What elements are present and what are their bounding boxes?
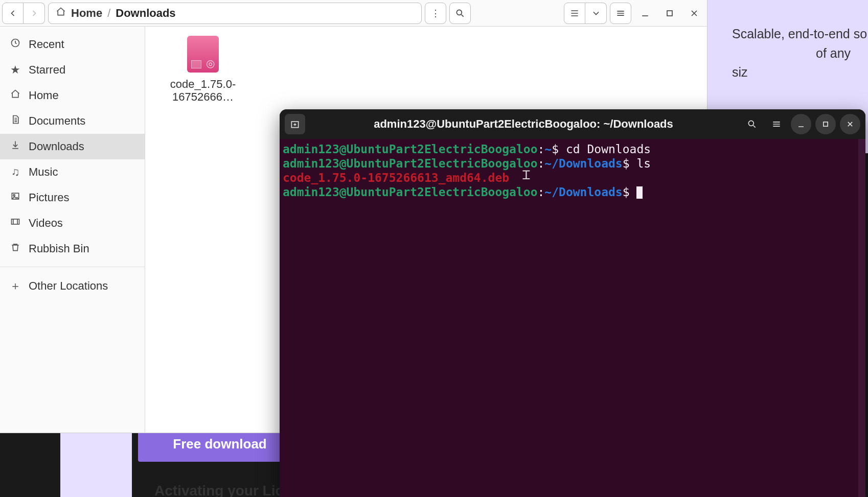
terminal-output: code_1.75.0-1675266613_amd64.deb — [283, 171, 862, 185]
sidebar-item-label: Documents — [29, 114, 85, 128]
chevron-right-icon — [29, 8, 39, 18]
sidebar-item-label: Recent — [29, 38, 64, 51]
terminal-search-button[interactable] — [742, 114, 762, 134]
sidebar-item-recent[interactable]: Recent — [0, 32, 145, 57]
sidebar-item-label: Pictures — [29, 191, 69, 204]
maximize-icon — [665, 8, 675, 18]
svg-point-0 — [456, 10, 462, 15]
file-label: code_1.75.0-16752666… — [159, 78, 246, 104]
star-icon: ★ — [9, 63, 21, 77]
sidebar-item-other-locations[interactable]: ＋ Other Locations — [0, 272, 145, 300]
sidebar-item-label: Starred — [29, 63, 65, 77]
terminal-close-button[interactable] — [840, 114, 860, 134]
terminal-scrollbar[interactable] — [858, 139, 865, 497]
sidebar-item-label: Rubbish Bin — [29, 242, 89, 255]
new-tab-button[interactable] — [285, 114, 305, 134]
terminal-menu-button[interactable] — [766, 114, 787, 134]
music-icon: ♫ — [9, 165, 21, 179]
nav-back-button[interactable] — [2, 3, 24, 24]
sidebar-item-home[interactable]: Home — [0, 83, 145, 108]
deb-package-icon: ◎ — [187, 36, 219, 73]
svg-rect-1 — [667, 11, 672, 16]
sidebar-item-pictures[interactable]: Pictures — [0, 185, 145, 210]
trash-icon — [9, 242, 21, 255]
hamburger-icon — [771, 119, 782, 129]
sidebar-item-music[interactable]: ♫ Music — [0, 159, 145, 185]
terminal-window: admin123@UbuntuPart2ElectricBoogaloo: ~/… — [280, 109, 865, 497]
sidebar-item-videos[interactable]: Videos — [0, 210, 145, 236]
path-menu-button[interactable]: ⋮ — [425, 3, 446, 24]
terminal-line: admin123@UbuntuPart2ElectricBoogaloo:~/D… — [283, 156, 862, 171]
sidebar-item-documents[interactable]: Documents — [0, 108, 145, 134]
svg-rect-5 — [12, 219, 19, 224]
search-icon — [455, 8, 465, 18]
path-bar[interactable]: Home / Downloads — [48, 3, 422, 24]
chevron-down-icon — [591, 8, 601, 18]
breadcrumb-home[interactable]: Home — [71, 7, 102, 20]
file-manager-sidebar: Recent ★ Starred Home Documents — [0, 27, 145, 433]
plus-icon: ＋ — [9, 278, 21, 294]
terminal-maximize-button[interactable] — [815, 114, 836, 134]
search-icon — [747, 119, 757, 129]
terminal-cursor — [636, 186, 643, 199]
text-cursor-ibeam-icon: Ꮖ — [522, 168, 531, 182]
svg-point-7 — [748, 121, 753, 126]
sidebar-item-starred[interactable]: ★ Starred — [0, 57, 145, 83]
nav-forward-button[interactable] — [24, 3, 45, 24]
terminal-minimize-button[interactable] — [791, 114, 811, 134]
home-icon — [56, 7, 66, 20]
view-list-button[interactable] — [564, 3, 585, 24]
terminal-title: admin123@UbuntuPart2ElectricBoogaloo: ~/… — [309, 117, 738, 131]
terminal-line: admin123@UbuntuPart2ElectricBoogaloo:~$ … — [283, 142, 862, 156]
hamburger-icon — [615, 8, 626, 18]
home-icon — [9, 89, 21, 102]
window-close-button[interactable] — [683, 3, 705, 24]
close-icon — [845, 119, 855, 129]
window-minimize-button[interactable] — [634, 3, 656, 24]
view-options-button[interactable] — [585, 3, 607, 24]
kebab-icon: ⋮ — [431, 8, 440, 19]
window-maximize-button[interactable] — [659, 3, 680, 24]
sidebar-item-label: Music — [29, 165, 58, 179]
minimize-icon — [796, 119, 806, 129]
sidebar-item-label: Other Locations — [29, 279, 108, 293]
terminal-prompt: admin123@UbuntuPart2ElectricBoogaloo:~/D… — [283, 185, 862, 199]
close-icon — [689, 8, 699, 18]
minimize-icon — [640, 8, 650, 18]
file-manager-headerbar: Home / Downloads ⋮ — [0, 0, 707, 27]
clock-icon — [9, 38, 21, 51]
sidebar-item-label: Home — [29, 89, 59, 102]
download-icon — [9, 140, 21, 153]
search-button[interactable] — [449, 3, 471, 24]
document-icon — [9, 114, 21, 128]
breadcrumb-current[interactable]: Downloads — [116, 7, 175, 20]
videos-icon — [9, 217, 21, 230]
svg-rect-8 — [824, 122, 828, 126]
terminal-headerbar: admin123@UbuntuPart2ElectricBoogaloo: ~/… — [280, 109, 865, 139]
sidebar-item-trash[interactable]: Rubbish Bin — [0, 236, 145, 262]
chevron-left-icon — [8, 8, 18, 18]
background-text: Scalable, end-to-end so of any siz — [732, 25, 868, 82]
sidebar-item-label: Videos — [29, 217, 63, 230]
hamburger-menu-button[interactable] — [610, 3, 631, 24]
breadcrumb-separator: / — [107, 7, 110, 20]
maximize-icon — [820, 119, 831, 129]
file-item-deb[interactable]: ◎ code_1.75.0-16752666… — [159, 36, 246, 104]
terminal-body[interactable]: admin123@UbuntuPart2ElectricBoogaloo:~$ … — [280, 139, 865, 497]
sidebar-item-downloads[interactable]: Downloads — [0, 134, 145, 159]
new-tab-icon — [290, 119, 300, 129]
list-icon — [569, 8, 580, 18]
svg-point-4 — [13, 195, 15, 196]
pictures-icon — [9, 191, 21, 204]
sidebar-item-label: Downloads — [29, 140, 84, 153]
